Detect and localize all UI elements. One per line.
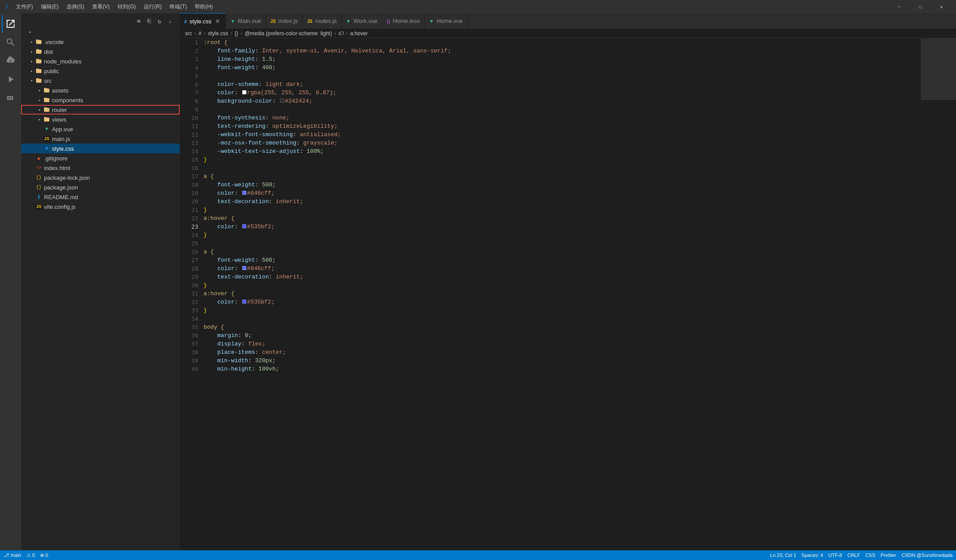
tree-item-router[interactable]: router [21, 105, 180, 115]
tree-item-vite-config[interactable]: JSvite.config.js [21, 202, 180, 211]
explorer-activity-icon[interactable] [2, 15, 19, 33]
tab-icon-home-vue: ▼ [429, 18, 434, 24]
tree-item-views[interactable]: views [21, 115, 180, 124]
status-right-item-2[interactable]: UTF-8 [828, 553, 842, 558]
status-left-item-2[interactable]: ⊗ 0 [40, 553, 48, 558]
tree-item-src[interactable]: src [21, 76, 180, 85]
tree-label-gitignore: .gitignore [44, 155, 67, 162]
sidebar-actions: ⌫ ⎗ ↻ ↓ [134, 17, 174, 26]
tab-icon-style-css: # [184, 18, 187, 25]
tree-item-readme[interactable]: ℹREADME.md [21, 192, 180, 202]
tree-item-components[interactable]: components [21, 95, 180, 105]
tree-item-vscode[interactable]: .vscode [21, 37, 180, 47]
file-tree: .vscodedistnode_modulespublicsrcassetsco… [21, 37, 180, 550]
menu-item-1[interactable]: 编辑(E) [37, 2, 62, 11]
tab-routes-js[interactable]: JSroutes.js [303, 13, 341, 29]
tree-icon-router [43, 106, 50, 113]
maximize-button[interactable]: ☐ [910, 0, 930, 13]
search-activity-icon[interactable] [2, 33, 19, 51]
menu-item-2[interactable]: 选择(S) [63, 2, 88, 11]
tab-style-css[interactable]: #style.css✕ [180, 13, 226, 29]
line-number-15: 15 [180, 156, 198, 164]
tab-icon-index-js: JS [270, 18, 276, 24]
new-file-button[interactable]: ⌫ [134, 17, 143, 26]
tab-close-style-css[interactable]: ✕ [214, 18, 221, 25]
tree-icon-package-json: {} [35, 184, 42, 191]
minimap[interactable] [921, 38, 956, 550]
tree-icon-assets [43, 87, 50, 94]
code-editor[interactable]: :root { font-family: Inter, system-ui, A… [202, 38, 921, 550]
tab-bar: #style.css✕▼Main.vueJSindex.jsJSroutes.j… [180, 13, 956, 29]
tree-item-package-json[interactable]: {}package.json [21, 182, 180, 192]
tree-label-readme: README.md [44, 194, 78, 200]
tab-work-vue[interactable]: ▼Work.vue [341, 13, 382, 29]
color-swatch [242, 266, 246, 270]
tree-item-app-vue[interactable]: ▼App.vue [21, 124, 180, 134]
menu-item-4[interactable]: 转到(G) [114, 2, 139, 11]
status-right-item-3[interactable]: CRLF [847, 553, 860, 558]
breadcrumb: src›#›style.css›{}›@media (prefers-color… [180, 29, 956, 38]
refresh-button[interactable]: ↻ [155, 17, 164, 26]
status-left-item-1[interactable]: ⚠ 0 [26, 553, 35, 558]
status-right-item-1[interactable]: Spaces: 4 [801, 553, 823, 558]
status-right-item-6[interactable]: CSDN @Sunshinedada [901, 553, 952, 558]
menu-item-7[interactable]: 帮助(H) [191, 2, 216, 11]
tree-label-src: src [44, 78, 52, 84]
code-line-20: text-decoration: inherit; [204, 197, 921, 206]
line-number-4: 4 [180, 63, 198, 72]
breadcrumb-item-1[interactable]: # [199, 30, 202, 37]
menu-item-6[interactable]: 终端(T) [166, 2, 190, 11]
editor-content: 1234567891011121314151617181920212223242… [180, 38, 956, 550]
title-bar: ⚡ 文件(F)编辑(E)选择(S)查看(V)转到(G)运行(R)终端(T)帮助(… [0, 0, 956, 13]
tree-item-main-js[interactable]: JSmain.js [21, 134, 180, 144]
menu-item-0[interactable]: 文件(F) [12, 2, 37, 11]
source-control-activity-icon[interactable] [2, 52, 19, 70]
tab-icon-routes-js: JS [307, 18, 312, 24]
tree-item-dist[interactable]: dist [21, 47, 180, 56]
tree-item-package-lock[interactable]: {}package-lock.json [21, 173, 180, 182]
minimap-slider[interactable] [921, 38, 956, 100]
tree-label-dist: dist [44, 48, 53, 55]
close-button[interactable]: ✕ [931, 0, 952, 13]
tree-item-node_modules[interactable]: node_modules [21, 56, 180, 66]
run-debug-activity-icon[interactable] [2, 70, 19, 88]
sidebar: ⌫ ⎗ ↻ ↓ .vscodedistnode_modulespublicsrc… [21, 13, 180, 550]
tab-home-vue[interactable]: ▼Home.vue [425, 13, 467, 29]
breadcrumb-item-6[interactable]: a:hover [350, 30, 368, 37]
tree-icon-src [35, 77, 42, 84]
tree-icon-index-html: <> [35, 164, 42, 171]
tab-home-less[interactable]: {}Home.less [382, 13, 425, 29]
window-controls: – ☐ ✕ [889, 0, 952, 13]
breadcrumb-item-5[interactable]: 🏷 [338, 30, 344, 37]
collapse-button[interactable]: ↓ [166, 17, 174, 26]
line-number-10: 10 [180, 114, 198, 122]
tree-item-index-html[interactable]: <>index.html [21, 163, 180, 173]
tree-arrow-assets [36, 87, 43, 94]
new-folder-button[interactable]: ⎗ [145, 17, 153, 26]
line-number-31: 31 [180, 289, 198, 298]
minimize-button[interactable]: – [889, 0, 909, 13]
tab-main-vue[interactable]: ▼Main.vue [226, 13, 266, 29]
status-right-item-5[interactable]: Prettier [881, 553, 896, 558]
menu-item-5[interactable]: 运行(R) [140, 2, 165, 11]
breadcrumb-sep-2: › [230, 31, 233, 36]
tab-index-js[interactable]: JSindex.js [266, 13, 303, 29]
tree-arrow-router [36, 106, 43, 113]
tree-item-assets[interactable]: assets [21, 85, 180, 95]
breadcrumb-item-3[interactable]: {} [235, 30, 238, 37]
breadcrumb-item-0[interactable]: src [185, 30, 192, 37]
tree-item-gitignore[interactable]: ◆.gitignore [21, 153, 180, 163]
project-root[interactable] [21, 27, 180, 37]
menu-item-3[interactable]: 查看(V) [89, 2, 113, 11]
status-left-item-0[interactable]: ⎇ main [4, 553, 21, 558]
tree-icon-components [43, 96, 50, 104]
tree-icon-vscode [35, 38, 42, 45]
status-right-item-0[interactable]: Ln 23, Col 1 [770, 553, 796, 558]
tree-item-public[interactable]: public [21, 66, 180, 76]
tree-item-style-css[interactable]: #style.css [21, 144, 180, 153]
extensions-activity-icon[interactable] [2, 89, 19, 107]
breadcrumb-item-2[interactable]: style.css [208, 30, 228, 37]
status-right-item-4[interactable]: CSS [865, 553, 875, 558]
tab-label-index-js: index.js [278, 18, 298, 24]
breadcrumb-item-4[interactable]: @media (prefers-color-scheme: light) [245, 30, 332, 37]
